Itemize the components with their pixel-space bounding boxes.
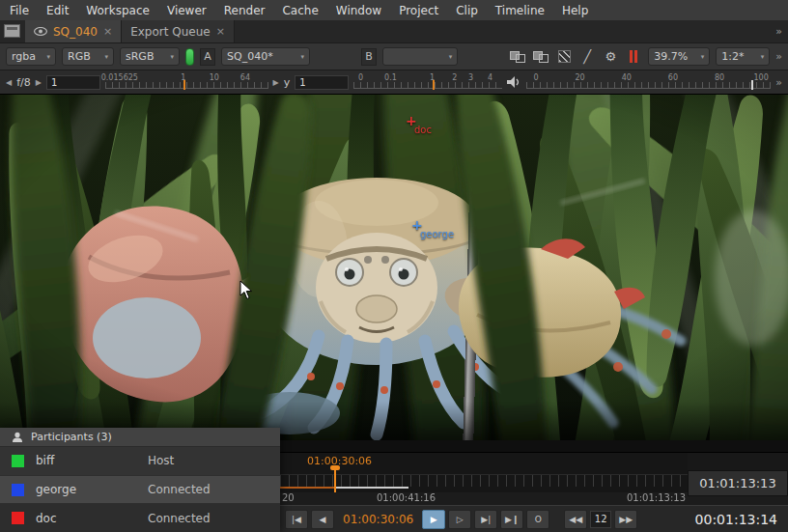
loop-button[interactable]: O — [526, 510, 549, 529]
playhead[interactable] — [334, 466, 336, 492]
input-a-label[interactable]: A — [200, 48, 215, 66]
chevrons-icon[interactable]: » — [775, 50, 782, 63]
wipe-mode-icon[interactable] — [509, 48, 526, 66]
play-button[interactable]: ▶ — [422, 510, 445, 529]
menu-file[interactable]: File — [10, 4, 29, 17]
ruler-ticks[interactable] — [280, 474, 688, 487]
participant-row[interactable]: biff Host — [0, 447, 280, 476]
gain-input[interactable]: 1 — [46, 75, 100, 90]
end-timecode-display: 01:01:13:13 — [688, 470, 788, 496]
ruler-label-start: 20 — [282, 492, 295, 503]
fps-display[interactable]: 12 — [590, 511, 611, 528]
tab-label: SQ_040 — [53, 25, 98, 39]
fast-forward-button[interactable]: ▶▶ — [614, 510, 637, 529]
gear-icon[interactable]: ⚙ — [602, 48, 619, 66]
gamma-input[interactable]: 1 — [295, 75, 349, 90]
close-icon[interactable]: × — [103, 25, 112, 38]
gain-prev-icon[interactable]: ◀ — [6, 78, 12, 87]
mouse-cursor — [239, 280, 254, 300]
volume-slider[interactable]: 0 20 40 60 80 100 — [526, 72, 771, 92]
menu-render[interactable]: Render — [224, 4, 266, 17]
input-b-label[interactable]: B — [361, 48, 377, 66]
menu-cache[interactable]: Cache — [282, 4, 318, 17]
eye-icon — [34, 27, 47, 36]
gain-label: f/8 — [16, 76, 31, 89]
timeline-ruler[interactable]: 01:00:30:06 — [280, 453, 688, 492]
menu-edit[interactable]: Edit — [46, 4, 69, 17]
volume-tick-label: 0 — [533, 73, 538, 82]
participant-color-swatch — [12, 455, 24, 467]
tab-viewer-sq040[interactable]: SQ_040 × — [25, 20, 122, 42]
tab-export-queue[interactable]: Export Queue × — [122, 20, 235, 42]
channel-dropdown[interactable]: rgba▾ — [6, 47, 56, 66]
gain-next-icon[interactable]: ▶ — [36, 78, 42, 87]
volume-tick-label: 100 — [754, 73, 769, 82]
menu-workspace[interactable]: Workspace — [86, 4, 150, 17]
viewer-image — [0, 95, 788, 440]
proxy-dropdown[interactable]: 1:2*▾ — [716, 47, 770, 66]
chevrons-icon[interactable]: » — [775, 25, 782, 38]
gain-slider[interactable]: 0.015625 1 10 64 — [105, 72, 268, 92]
participants-panel: Participants (3) biff Host george Connec… — [0, 428, 280, 532]
gamma-slider-handle[interactable] — [433, 80, 435, 90]
timeline-right-strip — [688, 453, 788, 470]
gamma-next-icon[interactable]: ▶ — [273, 78, 279, 87]
next-frame-button[interactable]: ▶| — [474, 510, 497, 529]
wipe-tool-icon[interactable]: ╱ — [578, 48, 596, 66]
prev-frame-button[interactable]: ◀ — [311, 510, 334, 529]
chevrons-icon[interactable]: » — [775, 76, 782, 89]
participant-row[interactable]: george Connected — [0, 476, 280, 505]
application-window: File Edit Workspace Viewer Render Cache … — [0, 0, 788, 532]
roi-icon[interactable] — [625, 48, 642, 66]
participant-color-swatch — [12, 512, 24, 524]
session-marker-doc[interactable]: + doc — [406, 114, 432, 135]
panel-icon[interactable] — [4, 24, 20, 38]
rewind-button[interactable]: ◀◀ — [564, 510, 587, 529]
menu-window[interactable]: Window — [336, 4, 381, 17]
gamma-tick-label: 0 — [358, 73, 363, 82]
gamma-tick-label: 2 — [452, 73, 457, 82]
go-to-start-button[interactable]: |◀ — [285, 510, 308, 529]
close-icon[interactable]: × — [216, 25, 225, 38]
marker-label: doc — [414, 126, 432, 135]
compare-mode-icon[interactable] — [532, 48, 549, 66]
go-to-end-button[interactable]: ▶❙ — [500, 510, 523, 529]
participant-name: doc — [36, 512, 136, 525]
display-dropdown[interactable]: RGB▾ — [62, 47, 114, 66]
participant-color-swatch — [12, 484, 24, 496]
participant-row[interactable]: doc Connected — [0, 504, 280, 532]
volume-tick-label: 80 — [715, 73, 724, 82]
step-forward-button[interactable]: ▷ — [448, 510, 471, 529]
viewer-canvas[interactable]: + doc + george — [0, 95, 788, 440]
input-a-dropdown[interactable]: SQ_040*▾ — [221, 47, 310, 66]
sync-status-icon — [185, 48, 194, 66]
input-b-dropdown[interactable]: ▾ — [382, 47, 458, 66]
menu-help[interactable]: Help — [562, 4, 588, 17]
gamma-slider[interactable]: 0 0.1 1 2 3 4 — [353, 72, 502, 92]
participants-title: Participants (3) — [31, 431, 112, 443]
gamma-tick-label: 0.1 — [384, 73, 397, 82]
chevron-down-icon: ▾ — [449, 53, 453, 61]
zoom-dropdown[interactable]: 39.7%▾ — [648, 47, 710, 66]
speaker-icon[interactable] — [507, 76, 521, 88]
menu-timeline[interactable]: Timeline — [495, 4, 545, 17]
participants-header: Participants (3) — [0, 428, 280, 447]
colorspace-dropdown[interactable]: sRGB▾ — [120, 47, 180, 66]
tab-bar: SQ_040 × Export Queue × » — [0, 20, 788, 42]
session-marker-george[interactable]: + george — [411, 218, 454, 239]
current-timecode: 01:00:30:06 — [343, 513, 413, 526]
menu-viewer[interactable]: Viewer — [167, 4, 207, 17]
slider-row: ◀ f/8 ▶ 1 0.015625 1 10 64 ▶ y 1 0 0.1 1… — [0, 70, 788, 95]
ruler-labels: 20 01:00:41:16 01:01:13:13 — [280, 492, 688, 505]
chevron-down-icon: ▾ — [701, 53, 705, 61]
gain-slider-handle[interactable] — [183, 80, 185, 90]
volume-slider-handle[interactable] — [751, 80, 753, 90]
participant-name: biff — [36, 454, 136, 467]
participant-status: Connected — [148, 483, 211, 496]
fps-group: ◀◀ 12 ▶▶ — [564, 510, 637, 529]
menu-project[interactable]: Project — [399, 4, 438, 17]
menu-bar: File Edit Workspace Viewer Render Cache … — [0, 0, 788, 20]
mask-overlay-icon[interactable] — [555, 48, 573, 66]
menu-clip[interactable]: Clip — [456, 4, 478, 17]
marker-label: george — [420, 230, 454, 239]
